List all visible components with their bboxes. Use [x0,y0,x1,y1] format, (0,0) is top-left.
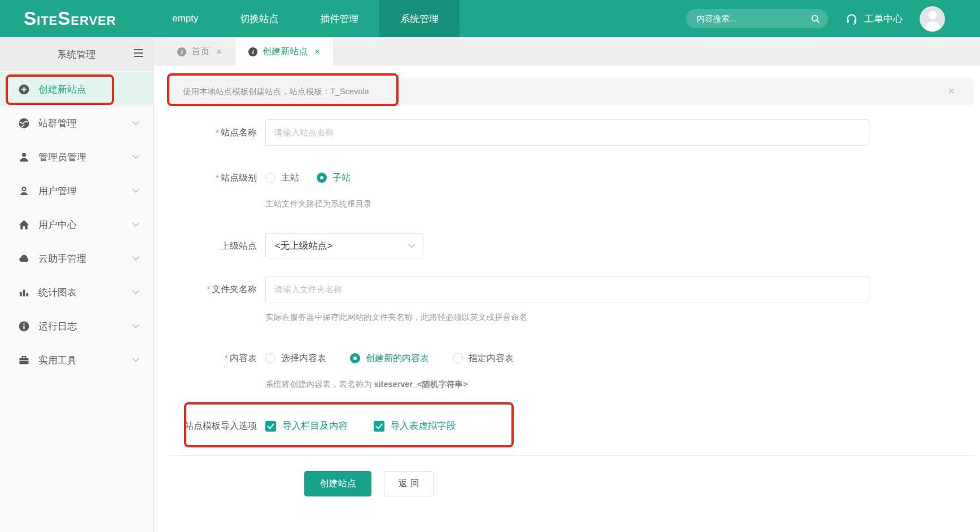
user-icon [19,186,29,196]
parent-site-value: <无上级站点> [275,240,333,252]
sidebar-item-create-new-site[interactable]: 创建新站点 [0,72,153,106]
sidebar-item-running-logs[interactable]: 运行日志 [0,309,153,343]
checkbox-import-virtual-fields-label[interactable]: 导入表虚拟字段 [391,420,456,432]
sidebar-item-administrator-management[interactable]: 管理员管理 [0,140,153,174]
content-table-row: *内容表 选择内容表 创建新的内容表 指定内容表 [169,352,974,364]
info-circle-icon: i [248,47,257,56]
template-import-row: 站点模板导入选项 导入栏目及内容 导入表虚拟字段 [169,420,974,432]
radio-assign-content-table[interactable] [453,353,463,363]
parent-site-select[interactable]: <无上级站点> [265,233,423,258]
bar-chart-icon [19,287,29,298]
sidebar-item-user-center[interactable]: 用户中心 [0,208,153,241]
template-import-options: 导入栏目及内容 导入表虚拟字段 [265,420,456,432]
tab-home[interactable]: i 首页 × [164,37,235,66]
top-header: SITESERVER empty 切换站点 插件管理 系统管理 工单中心 [0,0,980,37]
chevron-down-icon [132,290,139,294]
search-input[interactable] [697,14,811,23]
top-nav: empty 切换站点 插件管理 系统管理 [151,0,460,37]
required-asterisk: * [216,127,219,137]
required-asterisk: * [207,284,210,294]
create-site-form: *站点名称 *站点级别 主站 子站 主站文件夹路径为系统根目录 上级站点 <无上… [169,119,974,496]
radio-main-site-label[interactable]: 主站 [281,172,299,184]
chevron-down-icon [132,188,139,193]
briefcase-icon [19,355,29,366]
plus-circle-icon [19,84,29,95]
siteserver-logo[interactable]: SITESERVER [0,0,135,37]
sidebar-item-site-group-management[interactable]: 站群管理 [0,106,153,140]
nav-item-plugin-management[interactable]: 插件管理 [299,0,379,37]
chevron-down-icon [132,121,139,125]
checkbox-import-virtual-fields[interactable] [374,421,384,432]
info-circle-icon: i [177,47,186,56]
site-name-label: *站点名称 [169,119,265,146]
sidebar-item-cloud-assistant-management[interactable]: 云助手管理 [0,241,153,275]
alert-text: 使用本地站点模板创建站点，站点模板：T_Scevola [183,86,369,97]
chevron-down-icon [132,358,139,362]
chevron-down-icon [132,222,139,227]
chevron-down-icon [408,243,415,248]
globe-icon [19,118,29,129]
tab-create-new-site[interactable]: i 创建新站点 × [235,37,333,66]
ticket-center-link[interactable]: 工单中心 [845,12,903,25]
home-icon [19,219,29,230]
content-search-box[interactable] [686,9,828,28]
folder-name-help: 实际在服务器中保存此网站的文件夹名称，此路径必须以英文或拼音命名 [265,311,527,323]
folder-name-input[interactable] [265,276,869,302]
search-icon[interactable] [811,14,820,24]
checkbox-import-columns-label[interactable]: 导入栏目及内容 [282,420,348,432]
nav-item-empty[interactable]: empty [151,0,219,37]
radio-select-content-table-label[interactable]: 选择内容表 [281,353,326,364]
site-level-options: 主站 子站 [265,172,351,184]
site-level-row: *站点级别 主站 子站 [169,172,974,184]
sidebar-menu: 创建新站点 站群管理 管理员管理 用户管理 用户中心 云助手管理 [0,71,153,377]
content-table-options: 选择内容表 创建新的内容表 指定内容表 [265,352,514,364]
template-import-label: 站点模板导入选项 [169,420,265,432]
content-table-label: *内容表 [169,352,265,364]
main-content: 使用本地站点模板创建站点，站点模板：T_Scevola × *站点名称 *站点级… [154,66,980,532]
tab-create-new-site-label: 创建新站点 [262,46,308,58]
content-table-help-row: 系统将创建内容表，表名称为 siteserver_<随机字符串> [169,378,974,390]
parent-site-label: 上级站点 [169,233,265,258]
admin-user-icon [19,152,29,162]
required-asterisk: * [216,173,219,182]
chevron-down-icon [132,324,139,328]
radio-create-content-table[interactable] [350,353,360,363]
template-info-alert: 使用本地站点模板创建站点，站点模板：T_Scevola × [169,78,974,105]
site-name-input[interactable] [265,119,869,146]
create-site-button[interactable]: 创建站点 [304,471,371,496]
headset-icon [845,12,858,25]
radio-sub-site[interactable] [317,173,327,183]
logo-text: SITESERVER [24,8,116,29]
close-icon[interactable]: × [216,46,222,58]
nav-item-system-management[interactable]: 系统管理 [379,0,460,37]
chevron-down-icon [132,256,139,261]
sidebar-item-user-management[interactable]: 用户管理 [0,174,153,208]
close-icon[interactable]: × [948,85,955,96]
user-avatar[interactable] [920,6,945,32]
radio-assign-content-table-label[interactable]: 指定内容表 [469,353,514,364]
back-button[interactable]: 返 回 [384,471,434,496]
sidebar-header: 系统管理 [0,37,153,71]
sidebar-title: 系统管理 [58,48,96,61]
checkbox-import-columns[interactable] [265,421,276,432]
sidebar-item-utilities[interactable]: 实用工具 [0,343,153,377]
ticket-center-label: 工单中心 [864,12,903,25]
sidebar-collapse-icon[interactable] [133,49,144,58]
sidebar-item-statistics-charts[interactable]: 统计图表 [0,275,153,309]
info-circle-icon [19,321,29,332]
nav-item-switch-site[interactable]: 切换站点 [219,0,299,37]
close-icon[interactable]: × [314,46,320,58]
radio-sub-site-label[interactable]: 子站 [333,172,351,184]
cloud-icon [19,253,29,264]
site-level-help: 主站文件夹路径为系统根目录 [265,197,372,210]
form-actions: 创建站点 返 回 [169,471,974,496]
radio-select-content-table[interactable] [265,353,275,363]
folder-name-help-row: 实际在服务器中保存此网站的文件夹名称，此路径必须以英文或拼音命名 [169,311,974,323]
chevron-down-icon [132,155,139,159]
content-table-help: 系统将创建内容表，表名称为 siteserver_<随机字符串> [265,378,468,390]
required-asterisk: * [225,353,228,363]
folder-name-label: *文件夹名称 [169,276,265,302]
radio-create-content-table-label[interactable]: 创建新的内容表 [366,353,429,364]
radio-main-site[interactable] [265,173,275,183]
avatar-body-shape [925,21,940,32]
